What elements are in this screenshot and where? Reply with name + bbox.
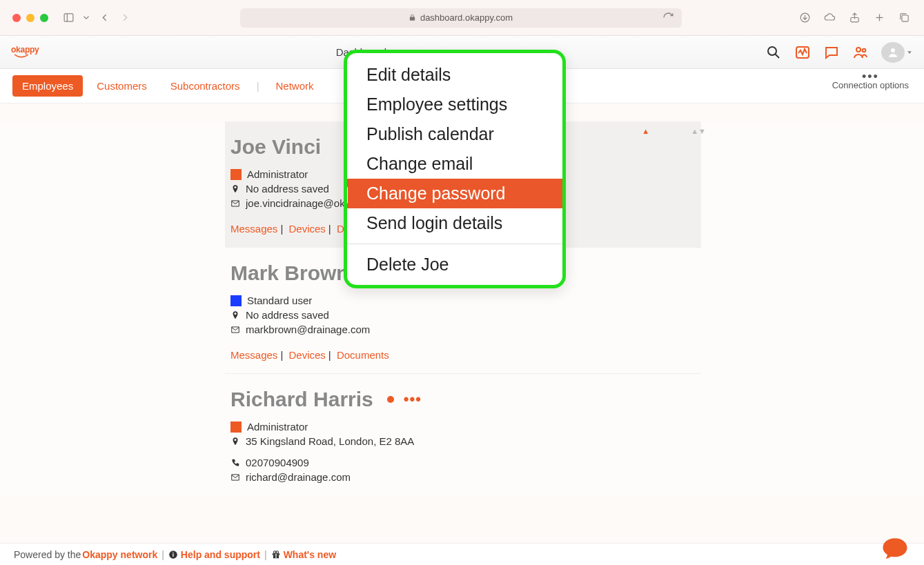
employee-name: Mark Brown — [230, 261, 349, 285]
support-chat-button[interactable] — [881, 536, 909, 559]
employee-phone: 02070904909 — [246, 457, 309, 468]
tabs-icon[interactable] — [896, 10, 912, 26]
sidebar-toggle-icon[interactable] — [61, 10, 76, 26]
role-color-icon — [230, 295, 242, 306]
share-icon[interactable] — [847, 10, 862, 26]
info-icon: i — [168, 550, 178, 559]
menu-separator — [347, 244, 562, 244]
svg-text:okappy: okappy — [11, 45, 39, 54]
activity-icon[interactable] — [794, 44, 811, 61]
email-icon — [230, 473, 240, 482]
menu-publish-calendar[interactable]: Publish calendar — [347, 119, 562, 149]
employee-name: Richard Harris — [230, 388, 373, 411]
sort-asc-icon[interactable]: ▲ — [642, 127, 649, 135]
cloud-icon[interactable] — [822, 10, 837, 26]
svg-point-14 — [891, 48, 895, 52]
team-icon[interactable] — [852, 44, 869, 61]
refresh-icon[interactable] — [661, 10, 676, 26]
svg-point-12 — [856, 48, 861, 52]
close-window-button[interactable] — [12, 14, 21, 22]
devices-link[interactable]: Devices — [288, 223, 325, 235]
employee-name: Joe Vinci — [230, 135, 321, 159]
status-dot-icon — [387, 396, 394, 403]
window-controls — [12, 14, 48, 22]
menu-change-password[interactable]: Change password — [347, 179, 562, 208]
pin-icon — [230, 437, 240, 446]
powered-by-text: Powered by the — [14, 549, 81, 560]
employee-address: No address saved — [246, 309, 329, 321]
employee-links: Messages| Devices| Documents — [230, 349, 701, 361]
footer: Powered by the Okappy network | i Help a… — [0, 543, 924, 565]
maximize-window-button[interactable] — [40, 14, 48, 22]
sort-toggle-icon[interactable]: ▲▼ — [691, 127, 706, 135]
svg-text:i: i — [173, 551, 174, 557]
whats-new-link[interactable]: What's new — [284, 549, 336, 560]
phone-icon — [230, 458, 240, 468]
menu-employee-settings[interactable]: Employee settings — [347, 90, 562, 119]
connection-options-label: Connection options — [832, 80, 909, 90]
svg-rect-20 — [275, 553, 276, 558]
ellipsis-icon: ••• — [832, 73, 909, 80]
pin-icon — [230, 310, 240, 320]
tab-customers[interactable]: Customers — [87, 75, 157, 97]
documents-link[interactable]: Documents — [337, 349, 389, 361]
menu-send-login-details[interactable]: Send login details — [347, 208, 562, 238]
browser-chrome: dashboard.okappy.com — [0, 0, 924, 36]
employee-context-menu: Edit details Employee settings Publish c… — [344, 50, 566, 288]
forward-button[interactable] — [117, 10, 132, 26]
svg-marker-15 — [907, 51, 912, 54]
avatar — [881, 42, 905, 63]
employee-role: Standard user — [247, 295, 312, 306]
svg-point-22 — [276, 551, 279, 553]
brand-logo[interactable]: okappy — [11, 42, 52, 63]
employee-address: No address saved — [246, 183, 329, 195]
divider: | — [254, 80, 262, 92]
messages-link[interactable]: Messages — [230, 349, 277, 361]
back-button[interactable] — [97, 10, 112, 26]
chat-icon[interactable] — [823, 44, 840, 61]
employee-email: markbrown@drainage.com — [246, 324, 370, 335]
downloads-icon[interactable] — [797, 10, 812, 26]
role-color-icon — [230, 422, 242, 433]
svg-rect-0 — [64, 14, 73, 21]
help-link[interactable]: Help and support — [181, 549, 260, 560]
chevron-down-icon[interactable] — [81, 10, 91, 26]
svg-point-9 — [768, 47, 776, 55]
pin-icon — [230, 184, 240, 194]
svg-line-10 — [776, 54, 780, 58]
tab-employees[interactable]: Employees — [12, 75, 83, 97]
url-text: dashboard.okappy.com — [420, 12, 513, 23]
new-tab-icon[interactable] — [872, 10, 887, 26]
menu-delete-employee[interactable]: Delete Joe — [347, 250, 562, 279]
employee-role: Administrator — [247, 168, 308, 180]
menu-change-email[interactable]: Change email — [347, 149, 562, 179]
tab-subcontractors[interactable]: Subcontractors — [161, 75, 250, 97]
svg-rect-7 — [901, 15, 907, 21]
employee-role: Administrator — [247, 421, 308, 433]
role-color-icon — [230, 169, 242, 180]
chevron-down-icon — [906, 49, 913, 56]
lock-icon — [409, 14, 416, 21]
browser-toolbar-right — [797, 10, 912, 26]
employee-menu-button[interactable]: ••• — [404, 390, 422, 408]
url-bar[interactable]: dashboard.okappy.com — [240, 8, 682, 28]
employee-email: richard@drainage.com — [246, 471, 351, 483]
user-menu[interactable] — [881, 42, 913, 63]
header-right — [765, 42, 913, 63]
email-icon — [230, 325, 240, 335]
tab-network[interactable]: Network — [266, 75, 324, 97]
employee-card[interactable]: Richard Harris ••• Administrator 35 King… — [225, 374, 701, 495]
connection-options-button[interactable]: ••• Connection options — [832, 73, 909, 90]
okappy-network-link[interactable]: Okappy network — [82, 549, 157, 560]
employee-address: 35 Kingsland Road, London, E2 8AA — [246, 435, 414, 447]
search-icon[interactable] — [765, 44, 782, 61]
menu-edit-details[interactable]: Edit details — [347, 60, 562, 90]
svg-point-13 — [863, 48, 866, 52]
gift-icon — [271, 550, 281, 559]
email-icon — [230, 199, 240, 208]
devices-link[interactable]: Devices — [288, 349, 325, 361]
messages-link[interactable]: Messages — [230, 223, 277, 235]
minimize-window-button[interactable] — [26, 14, 35, 22]
sort-controls: ▲ ▲▼ — [642, 127, 706, 135]
